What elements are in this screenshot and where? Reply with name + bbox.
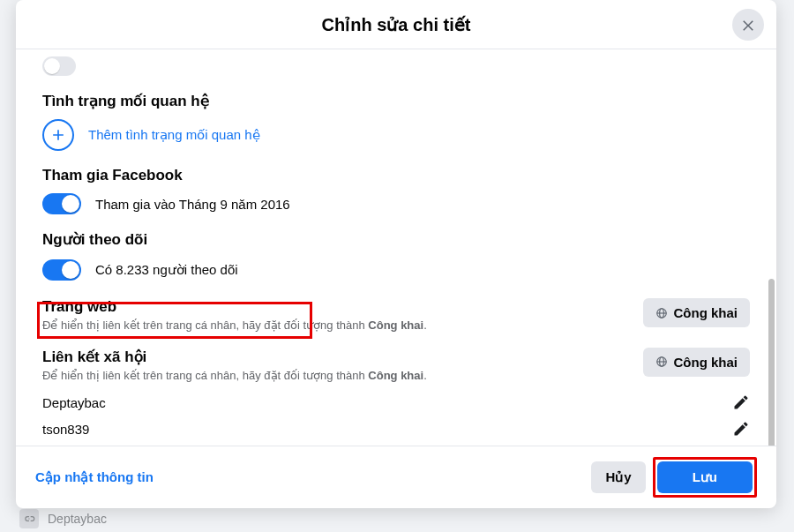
close-icon [740, 17, 756, 33]
social-link-text: Deptaybac [42, 395, 106, 410]
highlight-save: Lưu [653, 457, 757, 498]
add-relationship-button[interactable]: Thêm tình trạng mối quan hệ [42, 119, 750, 151]
add-relationship-label: Thêm tình trạng mối quan hệ [88, 127, 260, 143]
modal-body: Tình trạng mối quan hệ Thêm tình trạng m… [16, 49, 776, 446]
link-icon [19, 509, 39, 528]
background-item: Deptaybac [19, 509, 107, 528]
joined-toggle[interactable] [42, 193, 81, 214]
followers-text: Có 8.233 người theo dõi [95, 262, 238, 278]
update-info-link[interactable]: Cập nhật thông tin [35, 469, 154, 485]
modal-header: Chỉnh sửa chi tiết [16, 0, 776, 49]
social-audience-button[interactable]: Công khai [643, 348, 750, 377]
section-website-title: Trang web [42, 298, 625, 316]
followers-toggle[interactable] [42, 259, 81, 281]
section-website-subtitle: Để hiển thị liên kết trên trang cá nhân,… [42, 318, 625, 333]
website-audience-label: Công khai [673, 305, 738, 320]
section-followers-title: Người theo dõi [42, 230, 750, 249]
website-audience-button[interactable]: Công khai [643, 298, 750, 327]
social-audience-label: Công khai [673, 355, 738, 370]
social-link-text: tson839 [42, 422, 89, 437]
section-social-title: Liên kết xã hội [42, 348, 625, 366]
social-link-row: tson839 [42, 420, 750, 438]
close-button[interactable] [732, 9, 764, 41]
scrollbar[interactable] [768, 279, 775, 446]
globe-icon [655, 356, 668, 368]
globe-icon [655, 307, 668, 319]
previous-toggle[interactable] [42, 56, 76, 76]
modal-footer: Cập nhật thông tin Hủy Lưu [16, 446, 776, 508]
section-joined-title: Tham gia Facebook [42, 167, 750, 184]
edit-icon[interactable] [732, 393, 750, 411]
joined-text: Tham gia vào Tháng 9 năm 2016 [95, 197, 290, 212]
social-link-row: Deptaybac [42, 393, 750, 411]
cancel-button[interactable]: Hủy [591, 461, 645, 493]
edit-icon[interactable] [732, 420, 750, 438]
edit-details-modal: Chỉnh sửa chi tiết Tình trạng mối quan h… [16, 0, 776, 508]
section-social-subtitle: Để hiển thị liên kết trên trang cá nhân,… [42, 368, 625, 384]
save-button[interactable]: Lưu [657, 461, 753, 493]
plus-icon [42, 119, 74, 151]
section-relationship-title: Tình trạng mối quan hệ [42, 92, 750, 110]
modal-title: Chỉnh sửa chi tiết [322, 14, 471, 35]
